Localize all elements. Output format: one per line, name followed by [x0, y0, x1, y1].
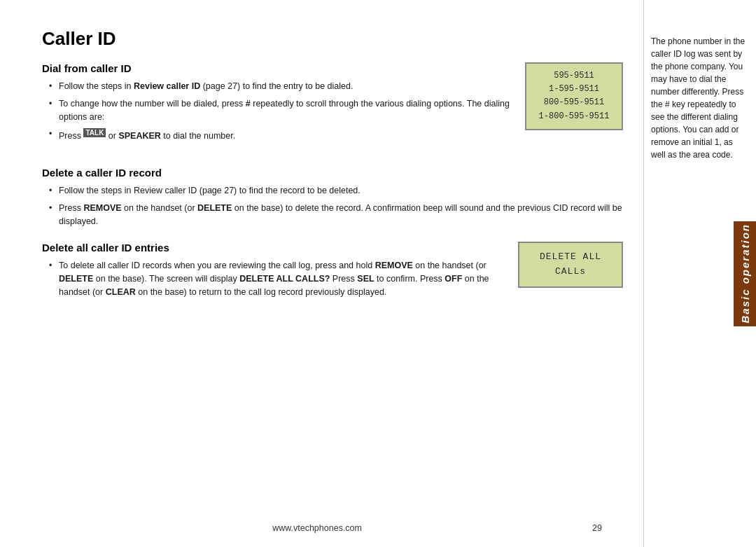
right-panel-note: The phone number in the caller ID log wa…: [644, 28, 756, 167]
lcd-line-4: 1-800-595-9511: [536, 110, 612, 123]
footer: www.vtechphones.com 29: [0, 523, 644, 533]
delete-record-bullets: Follow the steps in Review caller ID (pa…: [42, 184, 623, 228]
page-title: Caller ID: [42, 28, 623, 50]
delete-all-bullets: To delete all caller ID records when you…: [42, 259, 504, 298]
dial-bold-1: Review caller ID: [134, 81, 200, 91]
lcd-line-1: 595-9511: [536, 69, 612, 83]
dial-display-col: 595-9511 1-595-9511 800-595-9511 1-800-5…: [525, 62, 623, 130]
footer-website: www.vtechphones.com: [42, 523, 592, 533]
delete-bold: DELETE: [197, 203, 232, 213]
delete-all-row: Delete all caller ID entries To delete a…: [42, 242, 623, 308]
dial-bullet-2: To change how the number will be dialed,…: [49, 97, 511, 124]
remove-bold-2: REMOVE: [375, 261, 413, 270]
footer-page-number: 29: [592, 523, 602, 533]
remove-bold: REMOVE: [83, 203, 121, 213]
delete-record-bullet-1: Follow the steps in Review caller ID (pa…: [49, 184, 623, 198]
lcd-display-numbers: 595-9511 1-595-9511 800-595-9511 1-800-5…: [525, 62, 623, 130]
clear-bold: CLEAR: [106, 287, 136, 297]
dial-text-col: Dial from caller ID Follow the steps in …: [42, 62, 511, 153]
off-bold: OFF: [444, 274, 462, 284]
dial-bullets: Follow the steps in Review caller ID (pa…: [42, 80, 511, 143]
delete-record-title: Delete a caller ID record: [42, 167, 623, 179]
delete-display-col: DELETE ALL CALLs: [518, 242, 623, 288]
basic-operation-tab[interactable]: Basic operation: [734, 221, 756, 326]
delete-record-bullet-2: Press REMOVE on the handset (or DELETE o…: [49, 202, 623, 228]
delete-all-bullet-1: To delete all caller ID records when you…: [49, 259, 504, 298]
dial-section-row: Dial from caller ID Follow the steps in …: [42, 62, 623, 153]
delete-bold-2: DELETE: [59, 274, 93, 284]
dial-bullet-1: Follow the steps in Review caller ID (pa…: [49, 80, 511, 93]
dial-bullet-3: Press TALK or SPEAKER to dial the number…: [49, 127, 511, 143]
sel-bold: SEL: [357, 274, 374, 284]
lcd-line-3: 800-595-9511: [536, 96, 612, 109]
lcd-line-2: 1-595-9511: [536, 83, 612, 96]
section-delete-record: Delete a caller ID record Follow the ste…: [42, 167, 623, 228]
lcd-delete-line-2: CALLs: [529, 265, 612, 279]
main-content: Caller ID Dial from caller ID Follow the…: [0, 0, 644, 547]
delete-all-calls-bold: DELETE ALL CALLS?: [239, 274, 330, 284]
tab-label-text: Basic operation: [739, 223, 751, 324]
page-container: Caller ID Dial from caller ID Follow the…: [0, 0, 756, 547]
right-panel-text: The phone number in the caller ID log wa…: [651, 35, 746, 161]
right-sidebar: The phone number in the caller ID log wa…: [644, 0, 756, 547]
lcd-display-delete: DELETE ALL CALLs: [518, 242, 623, 288]
dial-section-title: Dial from caller ID: [42, 62, 511, 74]
dial-bold-3: SPEAKER: [118, 131, 160, 141]
dial-bold-2: #: [246, 99, 251, 109]
lcd-delete-line-1: DELETE ALL: [529, 250, 612, 265]
section-delete-all: Delete all caller ID entries To delete a…: [42, 242, 623, 308]
delete-all-text: Delete all caller ID entries To delete a…: [42, 242, 504, 308]
talk-icon: TALK: [83, 128, 106, 137]
section-dial: Dial from caller ID Follow the steps in …: [42, 62, 623, 153]
delete-all-title: Delete all caller ID entries: [42, 242, 504, 254]
